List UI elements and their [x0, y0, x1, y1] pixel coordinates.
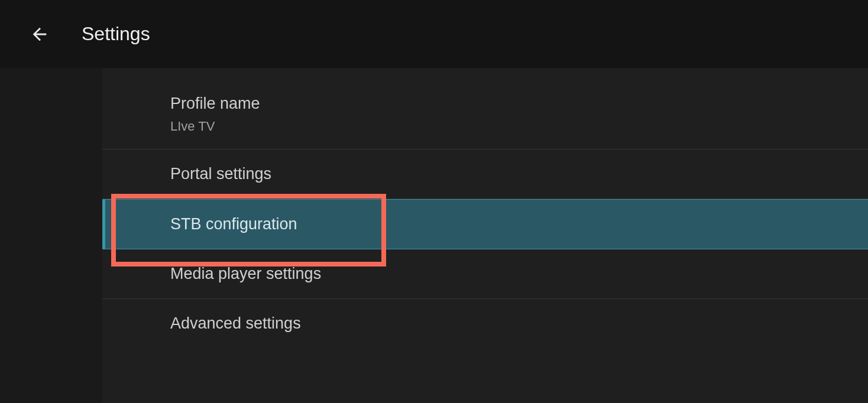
- setting-title: Profile name: [170, 95, 868, 113]
- content-wrapper: Profile name LIve TV Portal settings STB…: [0, 68, 868, 403]
- setting-title: Portal settings: [170, 165, 868, 183]
- setting-subtitle: LIve TV: [170, 119, 868, 134]
- setting-title: Advanced settings: [170, 314, 868, 333]
- setting-item-advanced-settings[interactable]: Advanced settings: [102, 299, 868, 348]
- setting-title: STB configuration: [170, 215, 868, 233]
- setting-item-media-player-settings[interactable]: Media player settings: [102, 249, 868, 299]
- back-arrow-icon[interactable]: [30, 24, 50, 44]
- settings-list: Profile name LIve TV Portal settings STB…: [102, 68, 868, 403]
- sidebar-spacer: [0, 68, 102, 403]
- setting-item-profile-name[interactable]: Profile name LIve TV: [102, 80, 868, 150]
- setting-item-portal-settings[interactable]: Portal settings: [102, 150, 868, 199]
- setting-item-stb-configuration[interactable]: STB configuration: [102, 199, 868, 249]
- header: Settings: [0, 0, 868, 68]
- page-title: Settings: [82, 23, 150, 45]
- setting-title: Media player settings: [170, 265, 868, 283]
